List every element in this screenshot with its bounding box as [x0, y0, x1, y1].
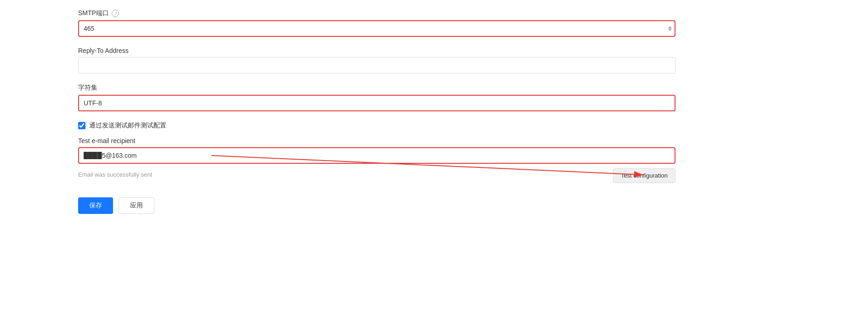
reply-to-label: Reply-To Address	[78, 47, 129, 54]
test-recipient-group: Test e-mail recipient Email was suc	[78, 137, 675, 184]
charset-group: 字符集	[78, 84, 675, 111]
form-section: SMTP端口 ? Reply-To Address	[78, 9, 675, 214]
reply-to-group: Reply-To Address	[78, 47, 675, 74]
spinner-up-icon[interactable]	[668, 26, 672, 29]
test-checkbox-row: 通过发送测试邮件测试配置	[78, 121, 675, 130]
test-configuration-button[interactable]: Test configuration	[613, 168, 675, 183]
test-recipient-input[interactable]	[78, 147, 675, 164]
smtp-port-input-wrapper	[78, 20, 675, 37]
test-recipient-label: Test e-mail recipient	[78, 137, 675, 144]
button-row: 保存 应用	[78, 197, 675, 214]
smtp-port-help-icon[interactable]: ?	[112, 10, 119, 17]
charset-label: 字符集	[78, 84, 97, 92]
spinner-down-icon[interactable]	[668, 29, 672, 31]
smtp-port-group: SMTP端口 ?	[78, 9, 675, 37]
success-message: Email was successfully sent	[78, 171, 152, 178]
save-button[interactable]: 保存	[78, 197, 113, 214]
test-checkbox[interactable]	[78, 122, 85, 129]
test-config-area: Email was successfully sent Test configu…	[78, 147, 675, 184]
smtp-port-spinner[interactable]	[668, 26, 672, 31]
smtp-port-input[interactable]	[78, 20, 675, 37]
success-and-button-row: Email was successfully sent Test configu…	[78, 167, 675, 184]
charset-input[interactable]	[78, 95, 675, 111]
page-wrapper: SMTP端口 ? Reply-To Address	[0, 0, 868, 328]
smtp-port-label-row: SMTP端口 ?	[78, 9, 675, 17]
smtp-port-label: SMTP端口	[78, 9, 109, 17]
test-checkbox-label: 通过发送测试邮件测试配置	[89, 121, 166, 130]
apply-button[interactable]: 应用	[119, 197, 154, 214]
charset-label-row: 字符集	[78, 84, 675, 92]
reply-to-label-row: Reply-To Address	[78, 47, 675, 54]
reply-to-input[interactable]	[78, 57, 675, 74]
page-content: SMTP端口 ? Reply-To Address	[78, 9, 840, 214]
